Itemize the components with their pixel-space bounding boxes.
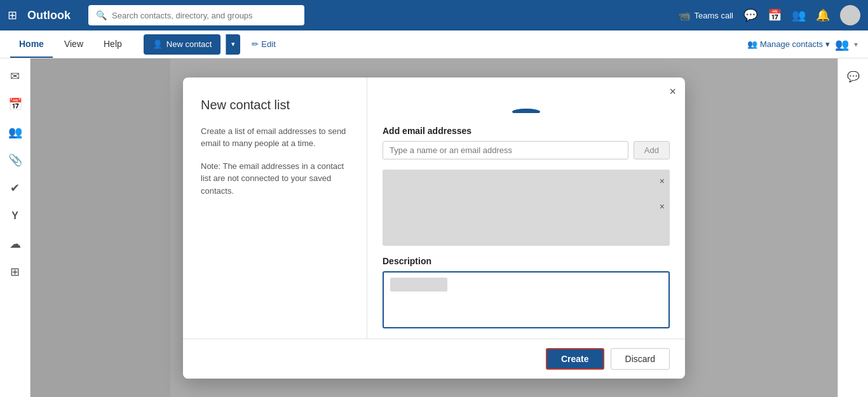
search-input[interactable] <box>112 11 297 20</box>
navbar-buttons: 👤 New contact ▾ ✏ Edit <box>144 34 282 55</box>
contact-list-svg-icon <box>508 88 544 113</box>
avatar[interactable] <box>840 5 860 25</box>
navbar-right: 👥 Manage contacts ▾ 👥 ▾ <box>747 37 858 51</box>
remove-email-1-button[interactable]: × <box>660 176 665 186</box>
description-section: Description <box>383 256 670 328</box>
discard-button[interactable]: Discard <box>611 348 670 370</box>
people-icon[interactable]: 👥 <box>792 8 806 22</box>
close-button[interactable]: × <box>669 85 676 98</box>
topbar: ⊞ Outlook 🔍 📹 Teams call 💬 📅 👥 🔔 <box>0 0 868 30</box>
modal-body: New contact list Create a list of email … <box>183 77 685 339</box>
add-person-icon: 👤 <box>153 39 163 49</box>
chat-icon[interactable]: 💬 <box>743 8 757 22</box>
manage-contacts-button[interactable]: 👥 Manage contacts ▾ <box>747 39 830 49</box>
grid-icon[interactable]: ⊞ <box>8 8 17 22</box>
video-icon: 📹 <box>678 10 691 22</box>
right-sidebar-icon-1[interactable]: 💬 <box>841 64 866 89</box>
sidebar-icon-tasks[interactable]: ✔ <box>3 175 28 201</box>
main-layout: ✉ 📅 👥 📎 ✔ Y ☁ ⊞ × New contact list Creat… <box>0 58 868 397</box>
sidebar-icon-calendar[interactable]: 📅 <box>3 91 28 117</box>
new-contact-list-modal: × New contact list Create a list of emai… <box>183 77 685 379</box>
modal-footer: Create Discard <box>183 339 685 379</box>
description-label: Description <box>383 256 670 266</box>
remove-email-2-button[interactable]: × <box>660 201 665 212</box>
create-button[interactable]: Create <box>546 348 604 370</box>
email-input-row: Add <box>383 141 670 159</box>
chevron-down-icon: ▾ <box>825 39 830 49</box>
email-list-area: × × <box>383 170 670 246</box>
topbar-right: 📹 Teams call 💬 📅 👥 🔔 <box>678 5 860 25</box>
description-placeholder-block <box>390 278 447 292</box>
email-input[interactable] <box>383 141 628 159</box>
right-sidebar: 💬 <box>837 58 868 397</box>
new-contact-button[interactable]: 👤 New contact <box>144 34 221 55</box>
modal-right-panel: Add email addresses Add × × <box>367 77 685 339</box>
sidebar-icon-apps[interactable]: ⊞ <box>3 259 28 285</box>
add-email-label: Add email addresses <box>383 126 670 136</box>
sidebar-icon-attachments[interactable]: 📎 <box>3 147 28 173</box>
content-area: × New contact list Create a list of emai… <box>31 58 837 397</box>
modal-overlay: × New contact list Create a list of emai… <box>31 58 837 397</box>
new-contact-dropdown-button[interactable]: ▾ <box>226 34 240 55</box>
modal-description-2: Note: The email addresses in a contact l… <box>201 160 349 198</box>
tab-view[interactable]: View <box>55 30 92 58</box>
sidebar-icon-cloud[interactable]: ☁ <box>3 231 28 257</box>
sidebar-icons: ✉ 📅 👥 📎 ✔ Y ☁ ⊞ <box>0 58 31 397</box>
contact-list-icon-area <box>383 88 670 113</box>
modal-description-1: Create a list of email addresses to send… <box>201 125 349 150</box>
description-field-container <box>383 271 670 328</box>
modal-left-panel: New contact list Create a list of email … <box>183 77 367 339</box>
bell-icon[interactable]: 🔔 <box>816 8 830 22</box>
edit-button[interactable]: ✏ Edit <box>245 36 281 53</box>
calendar-icon[interactable]: 📅 <box>768 8 782 22</box>
sidebar-icon-yammer[interactable]: Y <box>3 203 28 229</box>
add-email-section: Add email addresses Add <box>383 126 670 159</box>
search-bar[interactable]: 🔍 <box>88 5 304 25</box>
tab-help[interactable]: Help <box>95 30 131 58</box>
contacts-group-icon[interactable]: 👥 <box>835 37 849 51</box>
tab-home[interactable]: Home <box>10 30 53 58</box>
manage-contacts-icon: 👥 <box>747 39 757 49</box>
app-logo: Outlook <box>27 9 71 22</box>
teams-call-button[interactable]: 📹 Teams call <box>678 10 733 22</box>
sidebar-icon-people[interactable]: 👥 <box>3 119 28 145</box>
expand-icon[interactable]: ▾ <box>854 40 858 49</box>
sidebar-icon-mail[interactable]: ✉ <box>3 64 28 89</box>
navbar: Home View Help 👤 New contact ▾ ✏ Edit 👥 … <box>0 30 868 58</box>
description-input[interactable] <box>390 297 662 322</box>
add-email-button[interactable]: Add <box>634 141 670 159</box>
modal-title: New contact list <box>201 98 349 112</box>
svg-point-0 <box>512 109 540 113</box>
search-icon: 🔍 <box>96 10 107 20</box>
edit-icon: ✏ <box>252 39 259 49</box>
